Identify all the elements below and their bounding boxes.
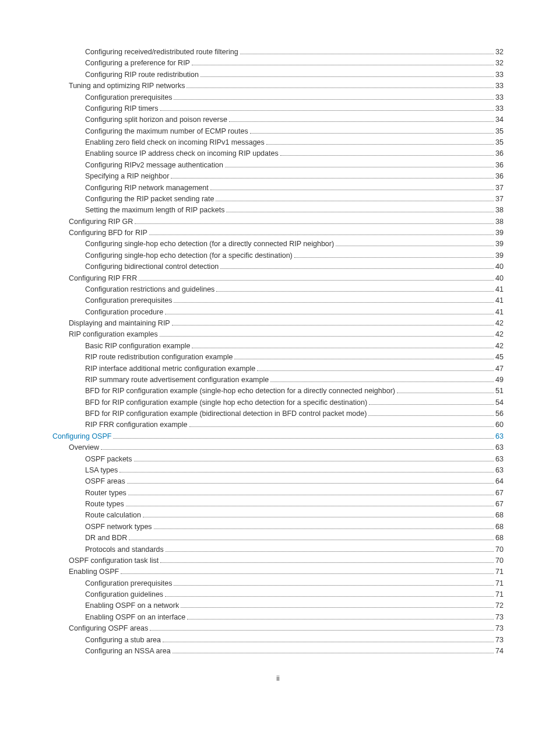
toc-entry-page: 54 — [495, 397, 504, 408]
toc-entry[interactable]: Enabling OSPF on a network72 — [52, 600, 504, 611]
toc-leader-dots — [166, 551, 494, 552]
toc-entry-label: BFD for RIP configuration example (bidir… — [85, 408, 367, 419]
toc-entry-label: Configuring RIPv2 message authentication — [85, 160, 223, 171]
toc-entry-page: 51 — [495, 386, 504, 397]
toc-entry[interactable]: LSA types63 — [52, 465, 504, 476]
toc-entry-label: Enabling OSPF on a network — [85, 600, 179, 611]
toc-entry-label: OSPF areas — [85, 476, 125, 487]
toc-entry-page: 70 — [495, 544, 504, 555]
toc-entry[interactable]: Basic RIP configuration example42 — [52, 341, 504, 352]
toc-entry-page: 72 — [495, 600, 504, 611]
toc-entry-page: 70 — [495, 555, 504, 566]
toc-entry[interactable]: BFD for RIP configuration example (singl… — [52, 386, 504, 397]
toc-entry[interactable]: Configuring the RIP packet sending rate3… — [52, 194, 504, 205]
toc-entry-page: 37 — [495, 194, 504, 205]
toc-leader-dots — [225, 167, 494, 167]
toc-entry[interactable]: Configuring OSPF areas73 — [52, 623, 504, 634]
toc-entry[interactable]: BFD for RIP configuration example (bidir… — [52, 408, 504, 419]
toc-entry[interactable]: Configuring split horizon and poison rev… — [52, 114, 504, 125]
toc-entry[interactable]: BFD for RIP configuration example (singl… — [52, 397, 504, 408]
toc-entry[interactable]: Enabling zero field check on incoming RI… — [52, 137, 504, 148]
toc-entry[interactable]: Route calculation68 — [52, 510, 504, 521]
toc-entry[interactable]: Setting the maximum length of RIP packet… — [52, 205, 504, 216]
toc-entry[interactable]: Enabling OSPF71 — [52, 566, 504, 578]
toc-leader-dots — [200, 76, 494, 77]
toc-entry-page: 68 — [495, 533, 504, 544]
toc-entry[interactable]: Configuring RIP route redistribution33 — [52, 69, 504, 80]
toc-entry[interactable]: Configuring received/redistributed route… — [52, 47, 504, 58]
toc-leader-dots — [336, 246, 494, 246]
toc-entry-label: Configuring RIP network management — [85, 183, 209, 194]
toc-leader-dots — [128, 495, 494, 495]
toc-entry[interactable]: Specifying a RIP neighbor36 — [52, 171, 504, 182]
toc-leader-dots — [270, 382, 494, 382]
toc-entry[interactable]: Enabling OSPF on an interface73 — [52, 612, 504, 623]
toc-leader-dots — [174, 302, 494, 303]
toc-entry[interactable]: Configuring single-hop echo detection (f… — [52, 250, 504, 261]
toc-entry[interactable]: Enabling source IP address check on inco… — [52, 148, 504, 159]
toc-entry[interactable]: DR and BDR68 — [52, 533, 504, 544]
toc-entry[interactable]: OSPF areas64 — [52, 476, 504, 487]
toc-entry-label: Configuration prerequisites — [85, 295, 172, 306]
toc-entry[interactable]: OSPF configuration task list70 — [52, 555, 504, 566]
toc-entry-label: Configuring a preference for RIP — [85, 58, 190, 69]
toc-entry[interactable]: Overview63 — [52, 442, 504, 453]
toc-entry[interactable]: Displaying and maintaining RIP42 — [52, 318, 504, 329]
toc-leader-dots — [174, 99, 494, 100]
toc-entry[interactable]: Configuring RIPv2 message authentication… — [52, 160, 504, 171]
toc-entry[interactable]: Configuration prerequisites41 — [52, 295, 504, 306]
toc-entry[interactable]: OSPF network types68 — [52, 522, 504, 533]
toc-entry[interactable]: RIP FRR configuration example60 — [52, 419, 504, 430]
toc-entry-label: Configuration prerequisites — [85, 578, 172, 589]
toc-entry[interactable]: Configuring bidirectional control detect… — [52, 261, 504, 272]
toc-entry-page: 40 — [495, 261, 504, 272]
toc-entry[interactable]: Configuring RIP network management37 — [52, 183, 504, 194]
toc-entry[interactable]: Configuring the maximum number of ECMP r… — [52, 126, 504, 137]
toc-entry[interactable]: Protocols and standards70 — [52, 544, 504, 555]
toc-entry-label: Configuration prerequisites — [85, 92, 172, 103]
toc-entry[interactable]: Configuring a stub area73 — [52, 635, 504, 646]
toc-leader-dots — [171, 178, 494, 178]
toc-entry[interactable]: Configuring an NSSA area74 — [52, 646, 504, 657]
toc-entry[interactable]: Router types67 — [52, 488, 504, 499]
toc-entry-label: Router types — [85, 488, 126, 499]
toc-leader-dots — [129, 540, 494, 540]
toc-entry[interactable]: OSPF packets63 — [52, 454, 504, 465]
toc-entry[interactable]: RIP interface additional metric configur… — [52, 363, 504, 374]
toc-entry-label: Configuration guidelines — [85, 589, 163, 600]
toc-leader-dots — [192, 348, 494, 348]
toc-entry-label: LSA types — [85, 465, 118, 476]
toc-entry-page: 49 — [495, 374, 504, 386]
toc-entry[interactable]: Configuration procedure41 — [52, 307, 504, 318]
toc-entry[interactable]: Tuning and optimizing RIP networks33 — [52, 80, 504, 92]
toc-entry[interactable]: RIP configuration examples42 — [52, 329, 504, 340]
toc-leader-dots — [369, 404, 494, 405]
toc-entry[interactable]: RIP route redistribution configuration e… — [52, 352, 504, 363]
toc-entry[interactable]: Configuring BFD for RIP39 — [52, 228, 504, 239]
toc-entry[interactable]: Configuring RIP GR38 — [52, 216, 504, 228]
toc-leader-dots — [143, 517, 494, 517]
toc-entry[interactable]: Configuring a preference for RIP32 — [52, 58, 504, 69]
toc-entry[interactable]: Configuring RIP FRR40 — [52, 273, 504, 284]
toc-leader-dots — [368, 415, 494, 416]
toc-entry-page: 36 — [495, 160, 504, 171]
toc-entry[interactable]: Configuration guidelines71 — [52, 589, 504, 600]
toc-entry-page: 33 — [495, 92, 504, 103]
toc-leader-dots — [181, 607, 494, 608]
toc-entry-page: 39 — [495, 250, 504, 261]
toc-entry[interactable]: RIP summary route advertisement configur… — [52, 374, 504, 386]
toc-entry-page: 34 — [495, 114, 504, 125]
toc-entry-page: 41 — [495, 295, 504, 306]
toc-entry[interactable]: Configuring OSPF63 — [52, 431, 504, 442]
toc-entry[interactable]: Configuration restrictions and guideline… — [52, 284, 504, 295]
toc-entry[interactable]: Configuration prerequisites71 — [52, 578, 504, 589]
toc-entry-page: 68 — [495, 522, 504, 533]
toc-entry-label: OSPF packets — [85, 454, 132, 465]
toc-entry[interactable]: Configuring RIP timers33 — [52, 103, 504, 114]
toc-entry-label: Configuring the maximum number of ECMP r… — [85, 126, 248, 137]
toc-entry-label: Displaying and maintaining RIP — [69, 318, 170, 329]
toc-leader-dots — [101, 449, 494, 450]
toc-entry[interactable]: Route types67 — [52, 499, 504, 510]
toc-entry[interactable]: Configuring single-hop echo detection (f… — [52, 239, 504, 250]
toc-entry[interactable]: Configuration prerequisites33 — [52, 92, 504, 103]
